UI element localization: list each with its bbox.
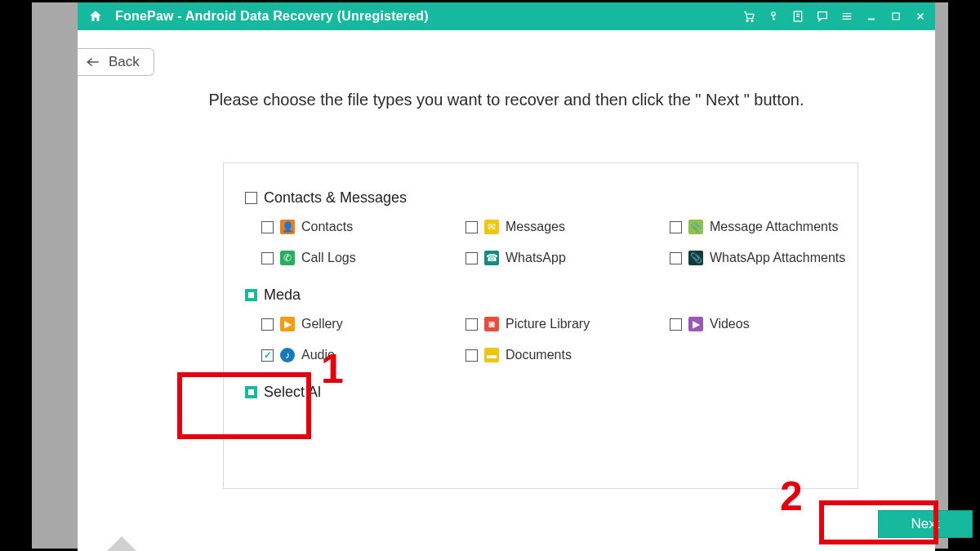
messages-icon: ✉ (484, 220, 499, 234)
checkbox[interactable] (670, 221, 682, 233)
item-whatsapp-attachments[interactable]: 📎 WhatsApp Attachments (670, 251, 874, 265)
item-label: Videos (710, 317, 750, 331)
whatsapp-attachments-icon: 📎 (688, 251, 703, 265)
bottom-tab-arrow-icon (107, 536, 136, 551)
item-label: Picture Library (506, 317, 590, 331)
item-call-logs[interactable]: ✆ Call Logs (261, 251, 466, 265)
feedback-icon[interactable] (814, 8, 831, 24)
back-label: Back (109, 54, 140, 70)
checkbox[interactable] (261, 349, 274, 362)
close-icon[interactable] (912, 8, 929, 24)
item-picture-library[interactable]: ◙ Picture Library (466, 317, 670, 331)
group-title: Contacts & Messages (264, 189, 407, 207)
item-videos[interactable]: ▶ Videos (670, 317, 874, 331)
item-label: Gellery (301, 317, 343, 331)
svg-point-0 (746, 20, 748, 21)
titlebar: FonePaw - Android Data Recovery (Unregis… (78, 2, 935, 30)
gallery-icon: ▶ (280, 317, 295, 331)
next-button[interactable]: Next (878, 510, 973, 538)
titlebar-actions (741, 8, 929, 24)
checkbox-media[interactable] (245, 289, 257, 301)
item-message-attachments[interactable]: 📎 Message Attachments (670, 220, 874, 234)
item-whatsapp[interactable]: ☎ WhatsApp (466, 251, 670, 265)
checkbox[interactable] (466, 221, 478, 233)
svg-point-1 (751, 20, 753, 21)
whatsapp-icon: ☎ (484, 251, 499, 265)
back-button[interactable]: Back (78, 48, 154, 76)
checkbox[interactable] (466, 349, 478, 362)
documents-icon: ▬ (484, 348, 499, 362)
checkbox-select-all[interactable] (245, 386, 257, 398)
window-title: FonePaw - Android Data Recovery (Unregis… (107, 9, 741, 24)
contacts-icon: 👤 (280, 220, 295, 234)
call-logs-icon: ✆ (280, 251, 295, 265)
item-label: WhatsApp (506, 251, 566, 265)
annotation-number-2: 2 (780, 473, 803, 520)
item-label: Documents (506, 348, 572, 362)
checkbox[interactable] (261, 252, 274, 264)
checkbox[interactable] (466, 252, 478, 264)
file-type-panel: Contacts & Messages 👤 Contacts ✉ Message… (223, 162, 858, 489)
cart-icon[interactable] (741, 8, 757, 24)
annotation-number-1: 1 (321, 345, 344, 393)
checkbox[interactable] (261, 318, 274, 331)
svg-rect-6 (893, 13, 899, 20)
item-documents[interactable]: ▬ Documents (466, 348, 670, 362)
item-messages[interactable]: ✉ Messages (466, 220, 670, 234)
item-contacts[interactable]: 👤 Contacts (261, 220, 466, 234)
register-icon[interactable] (790, 8, 806, 24)
message-attachments-icon: 📎 (688, 220, 703, 234)
checkbox-contacts-messages[interactable] (245, 192, 257, 204)
group-contacts-messages[interactable]: Contacts & Messages (243, 189, 838, 207)
checkbox[interactable] (261, 221, 274, 233)
picture-library-icon: ◙ (484, 317, 499, 331)
item-label: Message Attachments (710, 220, 838, 234)
key-icon[interactable] (765, 8, 782, 24)
group-title: Meda (264, 287, 301, 304)
svg-point-2 (772, 12, 776, 16)
item-label: Contacts (301, 220, 353, 234)
instruction-text: Please choose the file types you want to… (78, 91, 935, 109)
outer-letterbox: FonePaw - Android Data Recovery (Unregis… (29, 0, 951, 551)
checkbox[interactable] (670, 318, 682, 331)
item-label: Messages (506, 220, 565, 234)
item-gallery[interactable]: ▶ Gellery (261, 317, 466, 331)
next-label: Next (911, 516, 940, 532)
maximize-icon[interactable] (888, 8, 904, 24)
app-window: FonePaw - Android Data Recovery (Unregis… (78, 2, 935, 551)
item-label: Call Logs (301, 251, 356, 265)
group-media[interactable]: Meda (243, 287, 838, 304)
videos-icon: ▶ (688, 317, 703, 331)
group-title: Select Al (264, 384, 321, 401)
item-label: WhatsApp Attachments (710, 251, 845, 265)
audio-icon: ♪ (280, 348, 295, 362)
svg-rect-4 (773, 19, 775, 20)
home-icon[interactable] (84, 9, 107, 24)
contacts-messages-items: 👤 Contacts ✉ Messages 📎 Message Attachme… (243, 220, 838, 265)
arrow-left-icon (86, 57, 100, 67)
checkbox[interactable] (466, 318, 478, 331)
item-audio[interactable]: ♪ Audio (261, 348, 466, 362)
checkbox[interactable] (670, 252, 682, 264)
minimize-icon[interactable] (863, 8, 880, 24)
menu-icon[interactable] (839, 8, 855, 24)
